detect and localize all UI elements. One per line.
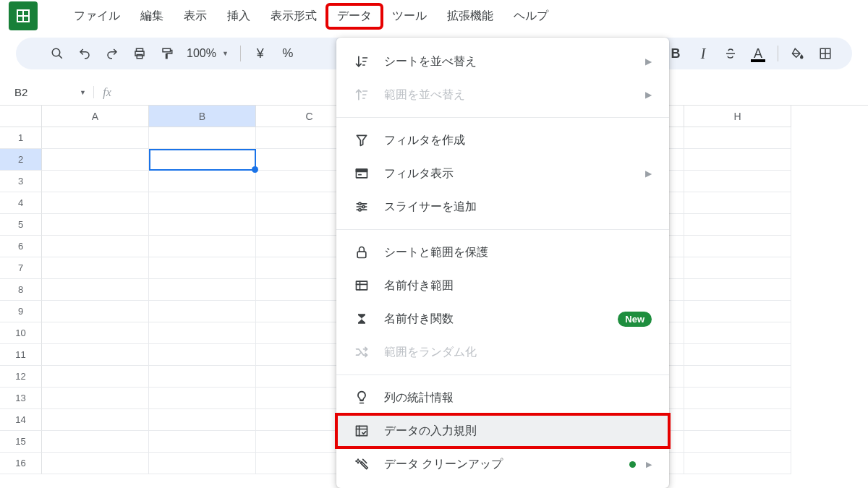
column-header[interactable]: B bbox=[149, 106, 256, 127]
cell[interactable] bbox=[684, 192, 791, 214]
cell[interactable] bbox=[684, 257, 791, 279]
menu-item-filter-view[interactable]: フィルタ表示▶ bbox=[336, 157, 669, 190]
cell[interactable] bbox=[149, 322, 256, 344]
cell[interactable] bbox=[149, 366, 256, 388]
select-all-corner[interactable] bbox=[0, 106, 42, 127]
cell[interactable] bbox=[42, 322, 149, 344]
cell[interactable] bbox=[149, 257, 256, 279]
cell[interactable] bbox=[149, 301, 256, 322]
menu-表示[interactable]: 表示 bbox=[174, 4, 217, 28]
borders-button[interactable] bbox=[813, 42, 838, 65]
percent-button[interactable]: % bbox=[276, 42, 300, 65]
row-header[interactable]: 10 bbox=[0, 322, 42, 344]
cell[interactable] bbox=[149, 171, 256, 192]
zoom-selector[interactable]: 100% ▼ bbox=[182, 47, 233, 60]
cell[interactable] bbox=[42, 192, 149, 214]
print-icon[interactable] bbox=[127, 42, 152, 65]
italic-button[interactable]: I bbox=[691, 42, 715, 65]
row-header[interactable]: 3 bbox=[0, 171, 42, 192]
cell[interactable] bbox=[42, 409, 149, 431]
cell[interactable] bbox=[684, 127, 791, 149]
cell[interactable] bbox=[684, 236, 791, 257]
cell[interactable] bbox=[42, 431, 149, 453]
redo-icon[interactable] bbox=[100, 42, 124, 65]
menu-item-sparkle[interactable]: データ クリーンアップ▶ bbox=[336, 448, 669, 481]
cell[interactable] bbox=[149, 388, 256, 409]
undo-icon[interactable] bbox=[72, 42, 97, 65]
cell[interactable] bbox=[684, 431, 791, 453]
cell[interactable] bbox=[684, 322, 791, 344]
menu-拡張機能[interactable]: 拡張機能 bbox=[437, 4, 503, 28]
menu-ヘルプ[interactable]: ヘルプ bbox=[503, 4, 558, 28]
cell[interactable] bbox=[42, 127, 149, 149]
fill-color-button[interactable] bbox=[786, 42, 810, 65]
cell[interactable] bbox=[149, 279, 256, 301]
row-header[interactable]: 7 bbox=[0, 257, 42, 279]
name-box[interactable]: B2 ▼ bbox=[0, 86, 94, 98]
cell[interactable] bbox=[42, 301, 149, 322]
cell[interactable] bbox=[684, 453, 791, 474]
cell[interactable] bbox=[684, 409, 791, 431]
menu-ファイル[interactable]: ファイル bbox=[64, 4, 130, 28]
menu-編集[interactable]: 編集 bbox=[130, 4, 174, 28]
cell[interactable] bbox=[684, 344, 791, 366]
cell[interactable] bbox=[149, 409, 256, 431]
cell[interactable] bbox=[42, 279, 149, 301]
search-icon[interactable] bbox=[45, 42, 69, 65]
cell[interactable] bbox=[684, 388, 791, 409]
row-header[interactable]: 8 bbox=[0, 279, 42, 301]
currency-button[interactable]: ¥ bbox=[248, 42, 273, 65]
row-header[interactable]: 15 bbox=[0, 431, 42, 453]
menu-item-sort-sheet[interactable]: シートを並べ替え▶ bbox=[336, 45, 669, 78]
cell[interactable] bbox=[42, 366, 149, 388]
row-header[interactable]: 11 bbox=[0, 344, 42, 366]
row-header[interactable]: 12 bbox=[0, 366, 42, 388]
row-header[interactable]: 16 bbox=[0, 453, 42, 474]
cell[interactable] bbox=[42, 344, 149, 366]
cell[interactable] bbox=[149, 214, 256, 236]
menu-表示形式[interactable]: 表示形式 bbox=[260, 4, 327, 28]
strikethrough-button[interactable] bbox=[718, 42, 743, 65]
cell[interactable] bbox=[684, 214, 791, 236]
cell[interactable] bbox=[149, 431, 256, 453]
cell[interactable] bbox=[149, 236, 256, 257]
cell[interactable] bbox=[684, 301, 791, 322]
cell[interactable] bbox=[149, 127, 256, 149]
menu-item-sigma[interactable]: 名前付き関数New bbox=[336, 302, 669, 335]
row-header[interactable]: 9 bbox=[0, 301, 42, 322]
cell[interactable] bbox=[42, 257, 149, 279]
menu-item-named-range[interactable]: 名前付き範囲 bbox=[336, 269, 669, 302]
cell[interactable] bbox=[684, 279, 791, 301]
column-header[interactable]: H bbox=[684, 106, 791, 127]
cell[interactable] bbox=[684, 171, 791, 192]
row-header[interactable]: 14 bbox=[0, 409, 42, 431]
cell[interactable] bbox=[684, 366, 791, 388]
cell[interactable] bbox=[42, 236, 149, 257]
menu-item-validation[interactable]: データの入力規則 bbox=[336, 414, 669, 448]
menu-item-lock[interactable]: シートと範囲を保護 bbox=[336, 236, 669, 269]
cell[interactable] bbox=[149, 192, 256, 214]
row-header[interactable]: 5 bbox=[0, 214, 42, 236]
row-header[interactable]: 4 bbox=[0, 192, 42, 214]
cell[interactable] bbox=[149, 344, 256, 366]
cell[interactable] bbox=[42, 171, 149, 192]
row-header[interactable]: 2 bbox=[0, 149, 42, 171]
menu-挿入[interactable]: 挿入 bbox=[217, 4, 260, 28]
text-color-button[interactable]: A bbox=[746, 42, 770, 65]
menu-item-slicer[interactable]: スライサーを追加 bbox=[336, 190, 669, 223]
menu-item-funnel[interactable]: フィルタを作成 bbox=[336, 124, 669, 157]
row-header[interactable]: 1 bbox=[0, 127, 42, 149]
column-header[interactable]: A bbox=[42, 106, 149, 127]
row-header[interactable]: 6 bbox=[0, 236, 42, 257]
paint-format-icon[interactable] bbox=[155, 42, 179, 65]
cell[interactable] bbox=[42, 388, 149, 409]
row-header[interactable]: 13 bbox=[0, 388, 42, 409]
cell[interactable] bbox=[684, 149, 791, 171]
menu-ツール[interactable]: ツール bbox=[382, 4, 437, 28]
cell[interactable] bbox=[149, 453, 256, 474]
menu-データ[interactable]: データ bbox=[327, 4, 382, 28]
cell[interactable] bbox=[42, 214, 149, 236]
cell[interactable] bbox=[149, 149, 256, 171]
cell[interactable] bbox=[42, 453, 149, 474]
cell[interactable] bbox=[42, 149, 149, 171]
